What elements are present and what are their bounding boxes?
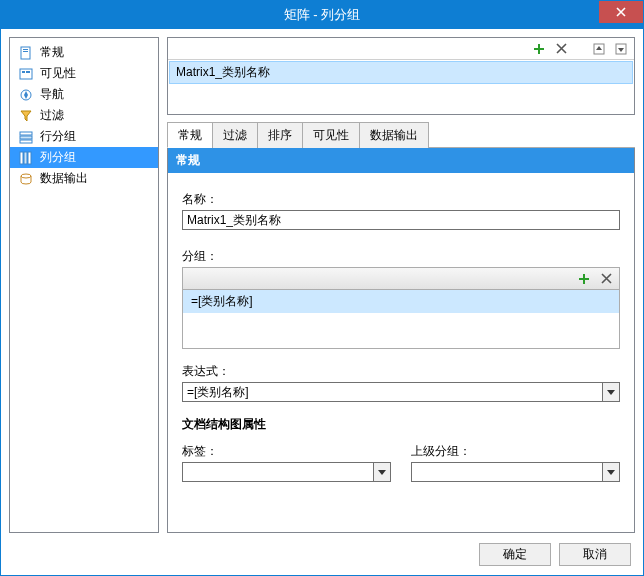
grouping-toolbar xyxy=(182,267,620,289)
sidebar-item-navigation[interactable]: 导航 xyxy=(10,84,158,105)
sidebar-item-row-groups[interactable]: 行分组 xyxy=(10,126,158,147)
chevron-down-icon xyxy=(378,470,386,475)
page-icon xyxy=(18,45,34,61)
add-button[interactable] xyxy=(530,40,548,58)
sidebar-item-label: 导航 xyxy=(40,86,64,103)
docmap-heading: 文档结构图属性 xyxy=(182,416,620,433)
list-item-label: =[类别名称] xyxy=(191,294,253,308)
button-label: 取消 xyxy=(583,547,607,561)
sidebar-item-column-groups[interactable]: 列分组 xyxy=(10,147,158,168)
sidebar-item-label: 过滤 xyxy=(40,107,64,124)
list-item[interactable]: =[类别名称] xyxy=(183,290,619,313)
plus-icon xyxy=(578,273,590,285)
parent-input[interactable] xyxy=(411,462,602,482)
parent-label: 上级分组： xyxy=(411,443,620,460)
tab-strip: 常规 过滤 排序 可见性 数据输出 xyxy=(167,121,635,148)
sidebar-item-general[interactable]: 常规 xyxy=(10,42,158,63)
tab-visibility[interactable]: 可见性 xyxy=(302,122,360,148)
navigation-icon xyxy=(18,87,34,103)
data-output-icon xyxy=(18,171,34,187)
cancel-button[interactable]: 取消 xyxy=(559,543,631,566)
svg-rect-0 xyxy=(21,47,30,59)
parent-dropdown-button[interactable] xyxy=(602,462,620,482)
arrow-down-icon xyxy=(615,43,627,55)
dialog-footer: 确定 取消 xyxy=(1,533,643,575)
svg-rect-5 xyxy=(26,71,30,73)
delete-button[interactable] xyxy=(552,40,570,58)
expression-dropdown-button[interactable] xyxy=(602,382,620,402)
grouping-list[interactable]: =[类别名称] xyxy=(182,289,620,349)
tag-input[interactable] xyxy=(182,462,373,482)
move-up-button[interactable] xyxy=(590,40,608,58)
tag-label: 标签： xyxy=(182,443,391,460)
group-add-button[interactable] xyxy=(575,270,593,288)
grouping-block: =[类别名称] xyxy=(182,267,620,349)
section-header: 常规 xyxy=(168,148,634,173)
close-button[interactable] xyxy=(599,1,643,23)
tab-label: 可见性 xyxy=(313,128,349,142)
dialog-body: 常规 可见性 导航 过滤 行分组 列分组 xyxy=(1,29,643,533)
sidebar-item-label: 常规 xyxy=(40,44,64,61)
tab-general[interactable]: 常规 xyxy=(167,122,213,148)
plus-icon xyxy=(533,43,545,55)
sidebar-item-label: 可见性 xyxy=(40,65,76,82)
window-title: 矩阵 - 列分组 xyxy=(284,6,361,24)
docmap-row: 标签： 上级分组： xyxy=(182,435,620,482)
column-group-icon xyxy=(18,150,34,166)
button-label: 确定 xyxy=(503,547,527,561)
tag-combo xyxy=(182,462,391,482)
svg-rect-10 xyxy=(20,152,23,164)
name-input[interactable] xyxy=(182,210,620,230)
svg-rect-11 xyxy=(24,152,27,164)
ok-button[interactable]: 确定 xyxy=(479,543,551,566)
tab-label: 过滤 xyxy=(223,128,247,142)
svg-rect-12 xyxy=(28,152,31,164)
svg-rect-3 xyxy=(20,69,32,79)
svg-rect-4 xyxy=(22,71,25,73)
svg-rect-8 xyxy=(20,136,32,139)
groups-list-panel: Matrix1_类别名称 xyxy=(167,37,635,115)
tab-label: 数据输出 xyxy=(370,128,418,142)
groups-toolbar xyxy=(168,38,634,60)
group-label: 分组： xyxy=(182,248,620,265)
dialog-window: 矩阵 - 列分组 常规 可见性 导航 过滤 行 xyxy=(0,0,644,576)
chevron-down-icon xyxy=(607,470,615,475)
close-icon xyxy=(616,7,626,17)
svg-point-13 xyxy=(21,174,31,178)
x-icon xyxy=(601,273,612,284)
general-form: 名称： 分组： =[类别名称] 表达式： xyxy=(168,173,634,492)
expression-input[interactable] xyxy=(182,382,602,402)
sidebar-item-label: 数据输出 xyxy=(40,170,88,187)
x-icon xyxy=(556,43,567,54)
parent-column: 上级分组： xyxy=(411,435,620,482)
tab-sort[interactable]: 排序 xyxy=(257,122,303,148)
content-area: Matrix1_类别名称 常规 过滤 排序 可见性 数据输出 常规 名称： 分组 xyxy=(167,37,635,533)
arrow-up-icon xyxy=(593,43,605,55)
svg-rect-9 xyxy=(20,140,32,143)
svg-rect-2 xyxy=(23,51,28,52)
chevron-down-icon xyxy=(607,390,615,395)
tab-panel: 常规 名称： 分组： =[类别名称] xyxy=(167,148,635,533)
sidebar-item-label: 列分组 xyxy=(40,149,76,166)
svg-rect-1 xyxy=(23,49,28,50)
sidebar-item-label: 行分组 xyxy=(40,128,76,145)
visibility-icon xyxy=(18,66,34,82)
filter-icon xyxy=(18,108,34,124)
row-group-icon xyxy=(18,129,34,145)
parent-combo xyxy=(411,462,620,482)
group-delete-button[interactable] xyxy=(597,270,615,288)
sidebar: 常规 可见性 导航 过滤 行分组 列分组 xyxy=(9,37,159,533)
list-item[interactable]: Matrix1_类别名称 xyxy=(169,61,633,84)
groups-list[interactable]: Matrix1_类别名称 xyxy=(168,60,634,114)
sidebar-item-filter[interactable]: 过滤 xyxy=(10,105,158,126)
tab-label: 常规 xyxy=(178,128,202,142)
tab-data-output[interactable]: 数据输出 xyxy=(359,122,429,148)
sidebar-item-visibility[interactable]: 可见性 xyxy=(10,63,158,84)
tab-label: 排序 xyxy=(268,128,292,142)
tab-filter[interactable]: 过滤 xyxy=(212,122,258,148)
sidebar-item-data-output[interactable]: 数据输出 xyxy=(10,168,158,189)
tag-dropdown-button[interactable] xyxy=(373,462,391,482)
tabs-container: 常规 过滤 排序 可见性 数据输出 常规 名称： 分组： xyxy=(167,121,635,533)
move-down-button[interactable] xyxy=(612,40,630,58)
svg-rect-7 xyxy=(20,132,32,135)
